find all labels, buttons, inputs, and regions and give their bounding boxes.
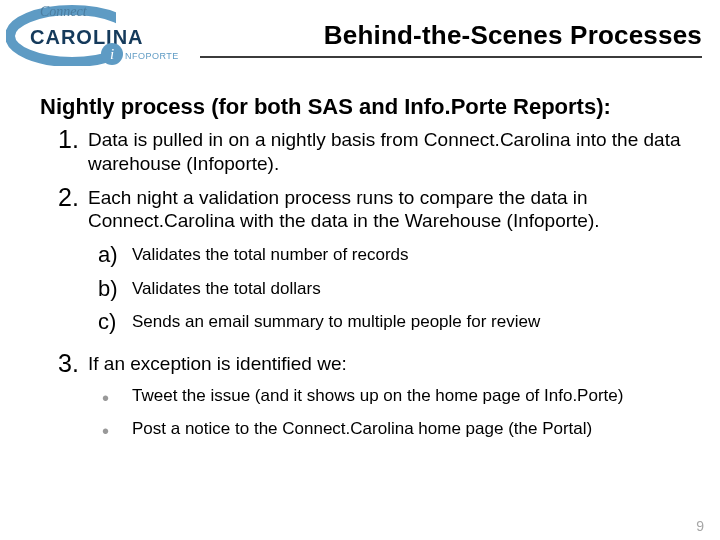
bullet-sublist: • Tweet the issue (and it shows up on th… — [88, 385, 623, 441]
list-marker: 2. — [40, 184, 88, 210]
list-item: 2. Each night a validation process runs … — [40, 184, 690, 342]
list-text: Data is pulled in on a nightly basis fro… — [88, 126, 690, 176]
list-text: Validates the total dollars — [132, 275, 321, 300]
list-marker: c) — [88, 308, 132, 336]
list-marker: 1. — [40, 126, 88, 152]
list-marker: b) — [88, 275, 132, 303]
slide-header: Connect CAROLINA i NFOPORTE Behind-the-S… — [0, 0, 720, 70]
list-item: 1. Data is pulled in on a nightly basis … — [40, 126, 690, 176]
title-underline — [200, 56, 702, 58]
page-number: 9 — [696, 518, 704, 534]
list-marker: a) — [88, 241, 132, 269]
list-text: If an exception is identified we: — [88, 353, 347, 374]
logo-main-word: CAROLINA — [30, 26, 144, 48]
alpha-sublist: a) Validates the total number of records… — [88, 241, 690, 336]
list-marker: 3. — [40, 350, 88, 376]
list-item: b) Validates the total dollars — [88, 275, 690, 303]
connect-carolina-logo: Connect CAROLINA i NFOPORTE — [6, 2, 196, 66]
list-text: Post a notice to the Connect.Carolina ho… — [132, 418, 592, 440]
infoporte-badge-text: NFOPORTE — [125, 51, 179, 61]
intro-heading: Nightly process (for both SAS and Info.P… — [40, 94, 690, 120]
list-item: a) Validates the total number of records — [88, 241, 690, 269]
numbered-list: 1. Data is pulled in on a nightly basis … — [40, 126, 690, 451]
list-item: • Tweet the issue (and it shows up on th… — [88, 385, 623, 408]
list-item: 3. If an exception is identified we: • T… — [40, 350, 690, 452]
logo-top-word: Connect — [40, 4, 88, 19]
list-item: c) Sends an email summary to multiple pe… — [88, 308, 690, 336]
list-item: • Post a notice to the Connect.Carolina … — [88, 418, 623, 441]
infoporte-badge-letter: i — [110, 46, 114, 62]
bullet-icon: • — [88, 418, 132, 441]
page-title: Behind-the-Scenes Processes — [200, 20, 702, 51]
slide-content: Nightly process (for both SAS and Info.P… — [0, 70, 720, 451]
bullet-icon: • — [88, 385, 132, 408]
list-text: Tweet the issue (and it shows up on the … — [132, 385, 623, 407]
list-text: Sends an email summary to multiple peopl… — [132, 308, 540, 333]
list-text: Each night a validation process runs to … — [88, 187, 600, 232]
list-text: Validates the total number of records — [132, 241, 409, 266]
